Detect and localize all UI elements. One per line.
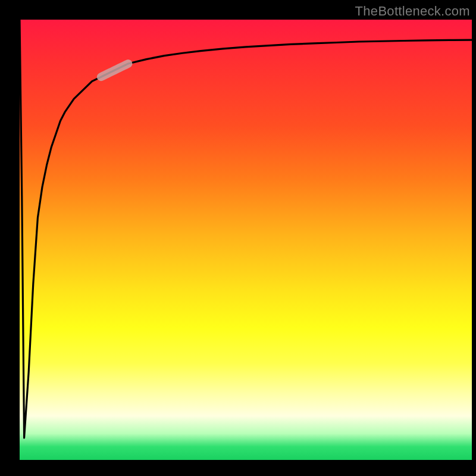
bottleneck-curve (20, 20, 472, 438)
watermark-text: TheBottleneck.com (355, 4, 470, 19)
plot-area (20, 20, 472, 460)
chart-frame: TheBottleneck.com (0, 0, 476, 476)
curve-layer (20, 20, 472, 460)
highlight-segment (101, 64, 129, 77)
